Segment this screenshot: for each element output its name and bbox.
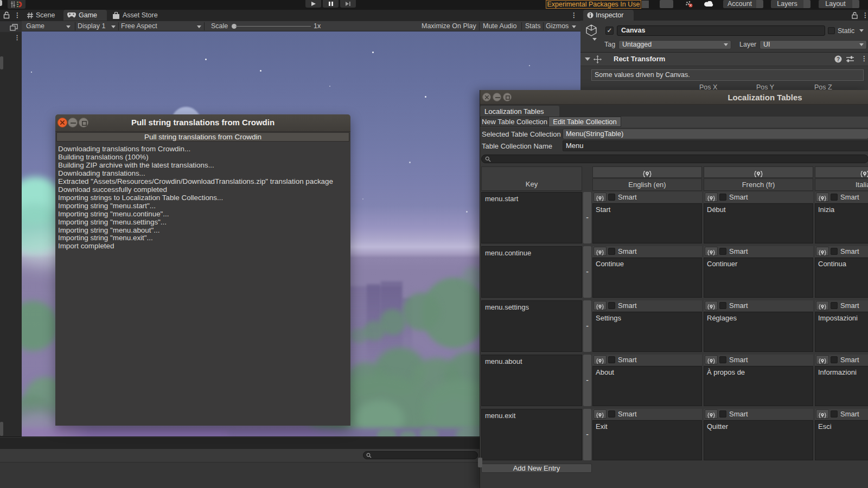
svg-text:?: ? xyxy=(837,56,840,62)
